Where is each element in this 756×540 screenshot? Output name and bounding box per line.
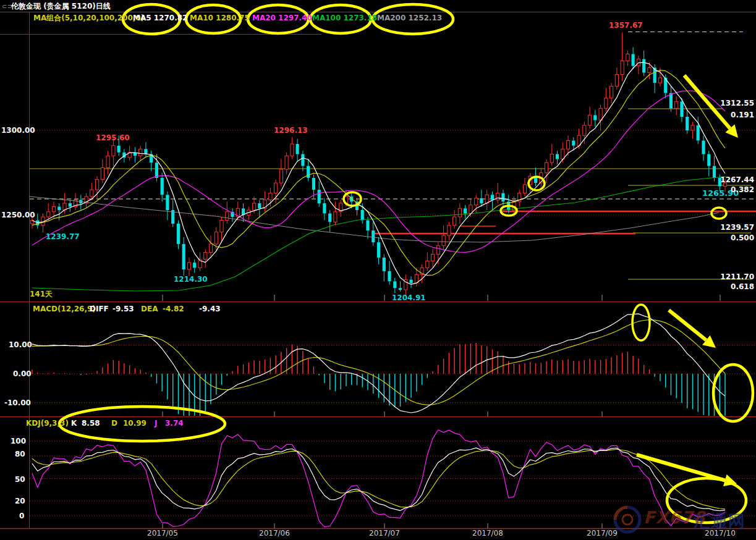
kdj-axis-0: 0 <box>19 512 24 520</box>
x-axis-label-jul: 2017/07 <box>369 529 400 537</box>
x-axis-label-jun: 2017/06 <box>259 529 290 537</box>
ma-group-label: MA组合(5,10,20,100,200,0) <box>33 14 144 22</box>
kdj-axis-20: 20 <box>15 497 25 505</box>
ma5-readout: MA5 1270.82 <box>133 14 187 22</box>
kdj-panel-area[interactable] <box>30 418 756 528</box>
x-axis-label-may: 2017/05 <box>147 529 178 537</box>
trading-app-window: ⊂⊃ 伦敦金现 (贵金属 5120)日线 MA组合(5,10,20,100,20… <box>0 0 756 540</box>
ma200-readout: MA200 1252.13 <box>377 14 442 22</box>
page-title: 伦敦金现 (贵金属 5120)日线 <box>11 2 111 10</box>
peak-price-label: 1357.67 <box>609 22 643 29</box>
kdj-axis-50: 50 <box>15 476 25 483</box>
ma20-readout: MA20 1297.40 <box>252 14 312 22</box>
ma100-readout: MA100 1273.18 <box>312 14 377 22</box>
kdj-axis-80: 80 <box>15 450 25 458</box>
macd-axis-neg10: -10.00 <box>4 399 31 407</box>
macd-axis-10: 10.00 <box>9 341 32 348</box>
ma10-readout: MA10 1280.75 <box>190 14 250 22</box>
kdj-axis-100: 100 <box>11 437 26 445</box>
macd-panel-area[interactable] <box>30 302 756 416</box>
main-chart-area[interactable] <box>30 34 756 301</box>
x-axis-label-aug: 2017/08 <box>472 529 503 537</box>
x-axis-label-sep: 2017/09 <box>587 529 618 537</box>
macd-axis-0: 0.00 <box>13 370 32 378</box>
